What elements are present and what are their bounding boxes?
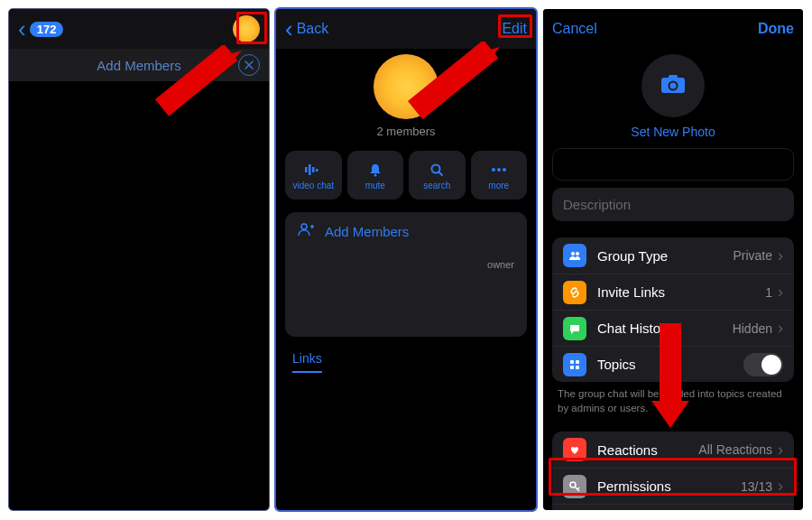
- add-members-label: Add Members: [325, 224, 409, 239]
- row-value: All Reactions: [698, 442, 772, 457]
- done-button[interactable]: Done: [758, 21, 794, 37]
- row-value: 13/13: [741, 479, 772, 494]
- svg-line-8: [439, 172, 442, 175]
- topics-hint: The group chat will be divided into topi…: [543, 382, 803, 415]
- tab-links[interactable]: Links: [292, 351, 322, 373]
- svg-point-11: [503, 168, 506, 172]
- group-avatar-icon[interactable]: [233, 15, 260, 42]
- content-tabs: Links: [276, 337, 536, 373]
- add-members-button[interactable]: Add Members: [285, 212, 527, 250]
- back-count-badge[interactable]: 172: [30, 22, 64, 37]
- owner-row[interactable]: owner: [285, 250, 527, 301]
- row-reactions[interactable]: Reactions All Reactions ›: [552, 432, 794, 468]
- svg-point-20: [670, 83, 677, 89]
- row-title: Permissions: [597, 478, 741, 494]
- action-label: more: [488, 181, 509, 190]
- chevron-right-icon: ›: [778, 441, 783, 460]
- svg-point-7: [432, 164, 440, 172]
- action-label: search: [423, 181, 450, 190]
- svg-rect-25: [570, 366, 574, 369]
- topics-icon: [563, 353, 586, 376]
- row-chat-history[interactable]: Chat History Hidden ›: [552, 310, 794, 346]
- svg-point-21: [571, 252, 575, 255]
- more-button[interactable]: more: [471, 151, 528, 200]
- phone-1-add-members: ‹ 172 Add Members: [9, 9, 269, 510]
- svg-rect-26: [576, 366, 579, 369]
- header: Cancel Done: [543, 9, 803, 49]
- mute-button[interactable]: mute: [347, 151, 404, 200]
- group-avatar-large-icon[interactable]: [374, 54, 438, 119]
- row-group-type[interactable]: Group Type Private ›: [552, 237, 794, 274]
- member-count: 2 members: [276, 125, 536, 138]
- member-row[interactable]: [285, 301, 527, 337]
- link-icon: [563, 281, 586, 304]
- group-type-icon: [563, 244, 586, 267]
- row-title: Topics: [597, 357, 743, 372]
- row-permissions[interactable]: Permissions 13/13 ›: [552, 468, 794, 504]
- header: ‹ Back Edit: [276, 9, 536, 49]
- back-chevron-icon[interactable]: ‹: [18, 19, 26, 39]
- svg-rect-4: [312, 167, 315, 172]
- svg-point-12: [301, 224, 307, 229]
- topics-toggle[interactable]: [743, 353, 783, 376]
- row-value: Hidden: [733, 321, 772, 336]
- group-name-field[interactable]: [552, 148, 794, 181]
- row-value: Private: [733, 248, 772, 263]
- row-title: Chat History: [597, 320, 733, 336]
- edit-button[interactable]: Edit: [502, 21, 527, 37]
- back-button[interactable]: Back: [297, 21, 329, 37]
- row-title: Reactions: [597, 442, 698, 458]
- bell-icon: [368, 161, 383, 179]
- svg-rect-2: [305, 167, 308, 172]
- row-title: Invite Links: [597, 284, 765, 300]
- camera-icon: [660, 73, 687, 98]
- key-icon: [563, 475, 586, 498]
- more-icon: [490, 161, 508, 179]
- add-member-icon: [298, 222, 314, 241]
- svg-rect-3: [309, 164, 311, 175]
- settings-section-1: Group Type Private › Invite Links 1 › Ch…: [552, 237, 794, 382]
- set-new-photo-button[interactable]: Set New Photo: [543, 125, 803, 139]
- svg-rect-5: [316, 169, 318, 172]
- row-title: Group Type: [597, 248, 733, 264]
- svg-point-6: [374, 173, 376, 176]
- chevron-right-icon: ›: [778, 477, 783, 496]
- svg-point-9: [492, 168, 495, 172]
- phone-2-group-info: ‹ Back Edit 2 members video chat mute se…: [276, 9, 536, 510]
- row-topics[interactable]: Topics: [552, 346, 794, 382]
- chat-icon: [563, 317, 586, 340]
- svg-point-10: [497, 168, 501, 172]
- chevron-right-icon: ›: [778, 246, 783, 265]
- row-invite-links[interactable]: Invite Links 1 ›: [552, 274, 794, 310]
- chevron-right-icon: ›: [778, 283, 783, 302]
- svg-rect-23: [570, 360, 574, 364]
- chevron-right-icon: ›: [778, 319, 783, 338]
- row-administrators[interactable]: Administrators ›: [552, 504, 794, 510]
- videochat-icon: [304, 161, 322, 179]
- action-label: mute: [365, 181, 385, 190]
- svg-rect-24: [576, 360, 579, 364]
- add-members-empty-area: [9, 49, 269, 510]
- svg-point-22: [576, 252, 579, 255]
- svg-rect-18: [669, 75, 678, 79]
- heart-icon: [563, 438, 586, 461]
- video-chat-button[interactable]: video chat: [285, 151, 342, 200]
- edit-group-content: Set New Photo Description Group Type Pri…: [543, 49, 803, 510]
- action-row: video chat mute search more: [276, 151, 536, 200]
- group-info-content: 2 members video chat mute search more: [276, 49, 536, 510]
- owner-tag: owner: [487, 259, 514, 292]
- search-button[interactable]: search: [409, 151, 466, 200]
- back-chevron-icon[interactable]: ‹: [285, 19, 293, 39]
- search-icon: [429, 161, 444, 179]
- action-label: video chat: [292, 181, 334, 190]
- cancel-button[interactable]: Cancel: [552, 21, 597, 37]
- set-photo-circle[interactable]: [641, 54, 705, 117]
- members-section: Add Members owner: [285, 212, 527, 337]
- settings-section-2: Reactions All Reactions › Permissions 13…: [552, 432, 794, 510]
- phone-3-edit-group: Cancel Done Set New Photo Description Gr…: [543, 9, 803, 510]
- description-field[interactable]: Description: [552, 188, 794, 221]
- header: ‹ 172: [9, 9, 269, 49]
- row-value: 1: [765, 285, 772, 300]
